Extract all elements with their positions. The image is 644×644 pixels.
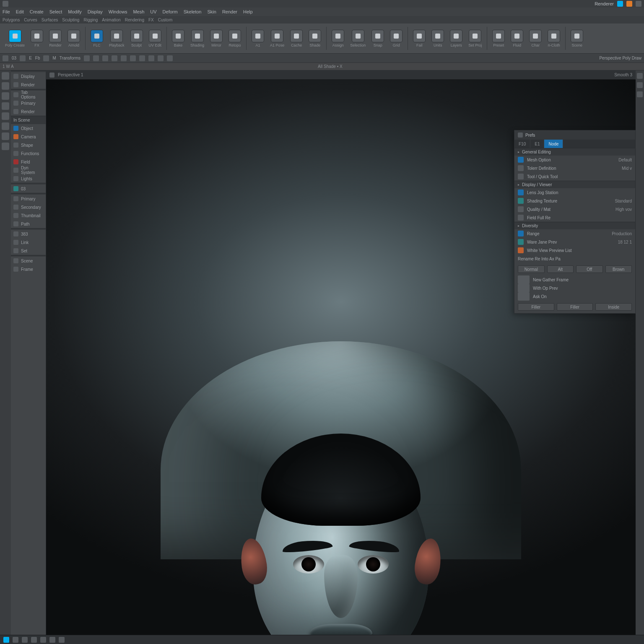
menu-create[interactable]: Create: [30, 9, 44, 14]
toolbar-icon[interactable]: [130, 55, 136, 61]
rail-icon[interactable]: [637, 82, 643, 88]
ribbon-button[interactable]: Units: [430, 29, 446, 48]
outliner-item[interactable]: Camera: [11, 132, 46, 141]
property-bottom-button[interactable]: Filler: [557, 303, 593, 311]
ribbon-button[interactable]: Set Proj: [467, 29, 483, 48]
ribbon-button[interactable]: FX: [29, 29, 45, 48]
ribbon-button[interactable]: Preset: [491, 29, 506, 48]
toolbar-icon[interactable]: [148, 55, 154, 61]
property-row[interactable]: RangeProduction: [514, 229, 635, 238]
outliner-item[interactable]: Link: [11, 238, 46, 247]
outliner-item[interactable]: Display: [11, 72, 46, 80]
status-icon[interactable]: [31, 637, 37, 643]
ribbon-button[interactable]: Fail: [411, 29, 427, 48]
property-bottom-button[interactable]: Inside: [595, 303, 632, 311]
properties-tab[interactable]: E1: [530, 140, 544, 148]
tool-snap-icon[interactable]: [2, 143, 9, 150]
property-thumb-row[interactable]: Ask On: [514, 292, 635, 301]
ribbon-button[interactable]: Sculpt: [129, 29, 145, 48]
sys-max-icon[interactable]: [626, 1, 632, 7]
ribbon-button[interactable]: Layers: [448, 29, 464, 48]
ribbon-button[interactable]: FLC: [89, 29, 105, 48]
outliner-item[interactable]: Functions: [11, 149, 46, 158]
ribbon-button[interactable]: Bake: [170, 29, 186, 48]
properties-title[interactable]: Prefs: [514, 130, 635, 140]
outliner-section-header[interactable]: In Scene: [11, 116, 46, 124]
property-row[interactable]: Lens Jog Station: [514, 188, 635, 197]
ribbon-button[interactable]: Arnold: [66, 29, 82, 48]
ribbon-button[interactable]: Shade: [307, 29, 323, 48]
property-thumb-row[interactable]: With Op Prev: [514, 284, 635, 292]
toolbar-icon[interactable]: [84, 55, 90, 61]
outliner-item[interactable]: Path: [11, 220, 46, 228]
shelf-tab[interactable]: Custom: [158, 18, 172, 22]
outliner-item[interactable]: Scene: [11, 257, 46, 265]
status-icon[interactable]: [3, 637, 9, 643]
ribbon-button[interactable]: Assign: [330, 29, 346, 48]
tool-lasso-icon[interactable]: [2, 112, 9, 120]
property-row[interactable]: Ware Jane Prev18 12 1: [514, 238, 635, 246]
toolbar-icon[interactable]: [121, 55, 127, 61]
property-row[interactable]: Quality / MatHigh vov: [514, 205, 635, 213]
sys-min-icon[interactable]: [617, 1, 623, 7]
property-button[interactable]: Normal: [518, 265, 545, 273]
property-row[interactable]: White View Preview List: [514, 246, 635, 254]
ribbon-button[interactable]: A1 Pose: [268, 29, 286, 48]
menu-display[interactable]: Display: [88, 9, 103, 14]
property-button[interactable]: Off: [576, 265, 603, 273]
ribbon-button[interactable]: Render: [47, 29, 63, 48]
viewport-3d[interactable]: Prefs F10 E1 Node ▸General EditingMesh O…: [46, 80, 636, 635]
properties-tab[interactable]: F10: [514, 140, 530, 148]
menu-select[interactable]: Select: [49, 9, 62, 14]
ribbon-button[interactable]: Grid: [388, 29, 404, 48]
menu-render[interactable]: Render: [222, 9, 237, 14]
property-row[interactable]: Mesh OptionDefault: [514, 156, 635, 164]
property-section-header[interactable]: ▸General Editing: [514, 148, 635, 156]
shelf-tab[interactable]: Curves: [24, 18, 37, 22]
outliner-item[interactable]: Render: [11, 80, 46, 89]
ribbon-button[interactable]: Playback: [107, 29, 126, 48]
menu-deform[interactable]: Deform: [163, 9, 178, 14]
menu-skin[interactable]: Skin: [207, 9, 216, 14]
property-button[interactable]: Brown: [605, 265, 632, 273]
shelf-tab[interactable]: FX: [148, 18, 154, 22]
toolbar-icon[interactable]: [112, 55, 117, 61]
ribbon-button[interactable]: Shading: [189, 29, 206, 48]
property-bottom-button[interactable]: Filler: [518, 303, 554, 311]
property-thumb-row[interactable]: New Gather Frame: [514, 275, 635, 284]
shelf-tab[interactable]: Animation: [102, 18, 120, 22]
tool-soft-select-icon[interactable]: [2, 132, 9, 140]
shelf-tab[interactable]: Rigging: [83, 18, 98, 22]
ribbon-button[interactable]: Selection: [348, 29, 367, 48]
ribbon-button[interactable]: Fluid: [509, 29, 525, 48]
properties-tab-active[interactable]: Node: [544, 140, 563, 148]
outliner-item[interactable]: Set: [11, 247, 46, 255]
outliner-item[interactable]: Dyn System: [11, 166, 46, 174]
ribbon-button[interactable]: Snap: [370, 29, 386, 48]
toolbar-icon[interactable]: [93, 55, 99, 61]
toolbar-icon[interactable]: [158, 55, 164, 61]
outliner-item[interactable]: Frame: [11, 265, 46, 273]
shelf-tab[interactable]: Polygons: [3, 18, 20, 22]
tool-rotate-icon[interactable]: [2, 92, 9, 100]
sys-close-icon[interactable]: [636, 1, 641, 7]
ribbon-button[interactable]: n-Cloth: [546, 29, 562, 48]
ribbon-button[interactable]: Cache: [288, 29, 304, 48]
property-row[interactable]: Shading TextureStandard: [514, 197, 635, 205]
menu-windows[interactable]: Windows: [109, 9, 127, 14]
property-row[interactable]: Field Full Re: [514, 213, 635, 222]
shelf-tab[interactable]: Rendering: [125, 18, 144, 22]
menu-modify[interactable]: Modify: [68, 9, 81, 14]
shelf-tab[interactable]: Surfaces: [42, 18, 58, 22]
ribbon-button[interactable]: Char: [527, 29, 543, 48]
viewport-menu-icon[interactable]: [49, 73, 55, 78]
toolbar-icon[interactable]: [167, 55, 173, 61]
toolbar-icon[interactable]: [3, 55, 8, 61]
status-icon[interactable]: [59, 637, 65, 643]
outliner-item[interactable]: Shape: [11, 141, 46, 149]
toolbar-icon[interactable]: [43, 55, 49, 61]
tool-brush-icon[interactable]: [2, 122, 9, 130]
toolbar-icon[interactable]: [139, 55, 145, 61]
outliner-item[interactable]: Thumbnail: [11, 211, 46, 220]
outliner-item[interactable]: Object: [11, 124, 46, 132]
